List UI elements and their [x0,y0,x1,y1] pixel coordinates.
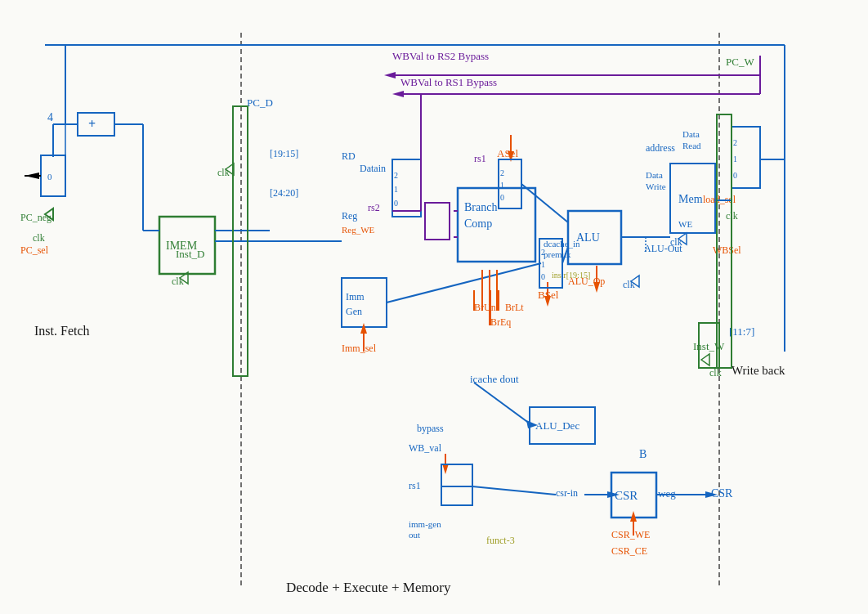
svg-text:Branch: Branch [464,201,497,213]
svg-text:WBVal to RS1 Bypass: WBVal to RS1 Bypass [400,76,497,88]
svg-text:Gen: Gen [346,306,362,317]
svg-text:Datain: Datain [360,163,386,174]
svg-text:Data: Data [646,170,663,180]
svg-text:2: 2 [541,248,545,257]
svg-text:rs1: rs1 [474,153,486,164]
svg-text:4: 4 [47,111,53,123]
svg-text:Inst_W: Inst_W [693,340,725,352]
svg-text:BrLt: BrLt [505,302,524,313]
svg-text:rs2: rs2 [368,202,380,213]
svg-text:B: B [639,448,647,460]
svg-text:0: 0 [47,172,52,182]
svg-text:csr-in: csr-in [556,487,578,499]
svg-text:1: 1 [394,185,398,194]
svg-text:2: 2 [394,171,398,180]
svg-text:out: out [409,530,420,540]
svg-text:Data: Data [682,129,700,139]
svg-text:PC_D: PC_D [247,96,273,109]
svg-text:address: address [646,142,675,154]
svg-text:Read: Read [682,141,701,150]
svg-text:bypass: bypass [417,423,444,434]
svg-text:CSR: CSR [711,487,733,500]
svg-text:ASel: ASel [497,147,518,159]
svg-text:Imm_sel: Imm_sel [342,343,377,354]
svg-text:PC_W: PC_W [726,56,754,68]
svg-text:RD: RD [342,150,356,162]
svg-text:2: 2 [733,138,737,147]
svg-text:WBVal to RS2 Bypass: WBVal to RS2 Bypass [392,50,489,62]
svg-text:[24:20]: [24:20] [270,187,298,199]
svg-text:weg: weg [658,487,676,500]
svg-text:CSR_WE: CSR_WE [611,529,650,540]
svg-text:1: 1 [541,260,545,269]
svg-text:funct-3: funct-3 [486,535,515,546]
svg-text:WE: WE [678,219,692,229]
svg-text:1: 1 [500,181,504,190]
svg-text:CSR: CSR [615,489,638,502]
svg-text:+: + [88,117,96,131]
svg-text:rs1: rs1 [409,480,421,491]
svg-text:0: 0 [541,272,545,281]
svg-text:Comp: Comp [464,217,492,230]
svg-text:icache dout: icache dout [470,373,519,385]
svg-text:BrEq: BrEq [490,316,511,328]
svg-text:instr[19:15]: instr[19:15] [552,271,590,280]
svg-text:WB_val: WB_val [409,442,442,454]
svg-text:[19:15]: [19:15] [270,148,298,159]
svg-text:imm-gen: imm-gen [409,519,441,529]
svg-text:PC_sel: PC_sel [20,244,49,256]
svg-text:CSR_CE: CSR_CE [611,545,647,557]
svg-text:0: 0 [733,171,737,180]
svg-text:Inst.  Fetch: Inst. Fetch [34,324,90,338]
svg-text:Inst_D: Inst_D [176,248,204,260]
svg-text:2: 2 [500,168,504,177]
svg-text:[11:7]: [11:7] [729,325,754,338]
svg-text:0: 0 [500,193,504,202]
svg-text:Imm: Imm [346,291,365,303]
svg-text:ALU_Dec: ALU_Dec [535,419,579,432]
svg-text:Reg: Reg [342,210,357,222]
svg-text:1: 1 [733,155,737,164]
svg-text:Decode + Execute + Memory: Decode + Execute + Memory [286,580,451,595]
svg-text:0: 0 [394,199,398,208]
svg-text:Write back: Write back [732,364,785,377]
svg-text:Reg_WE: Reg_WE [342,225,375,235]
svg-text:clk: clk [709,367,722,379]
diagram-container: + 4 0 PC_neg clk PC_sel IMEM clk Inst. F… [0,0,868,614]
svg-text:BrUn: BrUn [474,302,496,313]
svg-text:Write: Write [646,182,666,191]
svg-text:clk: clk [33,232,45,244]
svg-text:Mem: Mem [678,193,703,205]
